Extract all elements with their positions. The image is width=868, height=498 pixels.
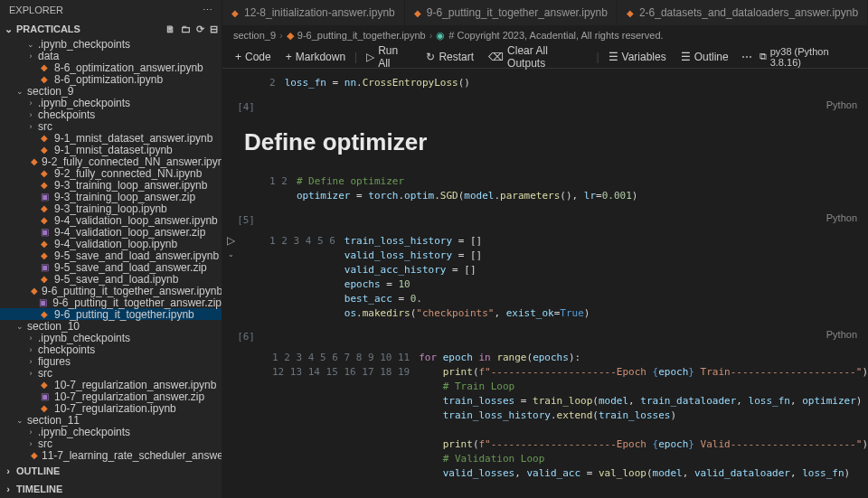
- tree-item[interactable]: ⌄section_11: [0, 414, 222, 426]
- notebook-icon: ◆: [287, 30, 294, 42]
- tree-item[interactable]: ›.ipynb_checkpoints: [0, 426, 222, 437]
- tree-item[interactable]: ◆9-3_training_loop.ipynb: [0, 202, 222, 214]
- tree-item[interactable]: ▣10-7_regularization_answer.zip: [0, 390, 222, 402]
- tree-item[interactable]: ›src: [0, 367, 222, 379]
- crumb-cell[interactable]: # Copyright 2023, Acadential, All rights…: [448, 30, 663, 41]
- tree-item[interactable]: ◆9-2_fully_connected_NN.ipynb: [0, 167, 222, 179]
- code-cell[interactable]: 1 2 3 4 5 6 7 8 9 10 11 12 13 14 15 16 1…: [222, 347, 868, 498]
- tree-item[interactable]: ◆9-4_validation_loop_answer.ipynb: [0, 214, 222, 226]
- code-cell[interactable]: 2loss_fn = nn.CrossEntropyLoss(): [222, 72, 868, 94]
- tree-item[interactable]: ◆9-5_save_and_load_answer.ipynb: [0, 249, 222, 261]
- refresh-icon[interactable]: ⟳: [196, 23, 204, 35]
- editor-area: ◆12-8_initialization-answer.ipynb◆9-6_pu…: [222, 0, 868, 498]
- lang-tag: Python: [262, 98, 868, 114]
- tree-item[interactable]: ›checkpoints: [0, 343, 222, 355]
- editor-tab[interactable]: ◆2-6_datasets_and_dataloaders_answer.ipy…: [618, 0, 868, 25]
- tree-item[interactable]: ◆9-6_putting_it_together.ipynb: [0, 308, 222, 320]
- tree-item[interactable]: ›figures: [0, 355, 222, 367]
- chevron-right-icon: ›: [4, 484, 13, 494]
- tree-item[interactable]: ▣9-4_validation_loop_answer.zip: [0, 226, 222, 238]
- tree-item[interactable]: ⌄.ipynb_checkpoints: [0, 38, 222, 50]
- tree-item[interactable]: ◆8-6_optimization.ipynb: [0, 73, 222, 85]
- tree-item[interactable]: ⌄section_9: [0, 85, 222, 97]
- tree-item[interactable]: ◆9-5_save_and_load.ipynb: [0, 273, 222, 285]
- tree-item[interactable]: ◆9-6_putting_it_together_answer.ipynb: [0, 285, 222, 296]
- tree-item[interactable]: ▣9-3_training_loop_answer.zip: [0, 191, 222, 202]
- add-code-button[interactable]: +Code: [230, 49, 277, 65]
- new-file-icon[interactable]: 🗎: [165, 23, 175, 35]
- editor-tab[interactable]: ◆12-8_initialization-answer.ipynb: [222, 0, 405, 25]
- tree-item[interactable]: ›data: [0, 50, 222, 61]
- tree-item[interactable]: ◆9-3_training_loop_answer.ipynb: [0, 179, 222, 191]
- tree-item[interactable]: ›src: [0, 120, 222, 132]
- timeline-section[interactable]: › TIMELINE: [0, 480, 222, 498]
- tree-item[interactable]: ◆9-1_mnist_dataset.ipynb: [0, 144, 222, 155]
- workspace-header[interactable]: ⌄ PRACTICALS 🗎 🗀 ⟳ ⊟: [0, 20, 222, 38]
- notebook-body: 2loss_fn = nn.CrossEntropyLoss() [4] Pyt…: [222, 69, 868, 498]
- notebook-toolbar: +Code +Markdown | ▷Run All ↻Restart ⌫Cle…: [222, 45, 868, 69]
- kernel-selector[interactable]: ⧉ py38 (Python 3.8.16): [760, 46, 861, 68]
- variables-button[interactable]: ☰Variables: [603, 49, 672, 65]
- explorer-title: EXPLORER: [9, 5, 63, 15]
- exec-count: [5]: [222, 211, 262, 227]
- tree-item[interactable]: ⌄section_10: [0, 320, 222, 332]
- tree-item[interactable]: ▣9-6_putting_it_together_answer.zip: [0, 296, 222, 308]
- tree-item[interactable]: ◆10-7_regularization.ipynb: [0, 402, 222, 414]
- outline-button[interactable]: ☰Outline: [675, 49, 734, 65]
- tree-item[interactable]: ›.ipynb_checkpoints: [0, 332, 222, 343]
- file-tree: ⌄.ipynb_checkpoints›data◆8-6_optimizatio…: [0, 38, 222, 462]
- tab-bar: ◆12-8_initialization-answer.ipynb◆9-6_pu…: [222, 0, 868, 25]
- explorer-more-icon[interactable]: ⋯: [203, 5, 212, 16]
- tree-item[interactable]: ◆8-6_optimization_answer.ipynb: [0, 61, 222, 73]
- collapse-icon[interactable]: ⊟: [210, 23, 218, 35]
- new-folder-icon[interactable]: 🗀: [181, 23, 191, 35]
- explorer-sidebar: EXPLORER ⋯ ⌄ PRACTICALS 🗎 🗀 ⟳ ⊟ ⌄.ipynb_…: [0, 0, 222, 498]
- tree-item[interactable]: ◆11-7_learning_rate_scheduler_answer.ipy…: [0, 449, 222, 461]
- tree-item[interactable]: ▣9-5_save_and_load_answer.zip: [0, 261, 222, 273]
- clear-outputs-button[interactable]: ⌫Clear All Outputs: [483, 42, 592, 71]
- cell-icon: ◉: [436, 30, 445, 42]
- code-cell[interactable]: ▷ ⌄ 1 2 3 4 5 6 train_loss_history = [] …: [222, 230, 868, 324]
- tree-item[interactable]: ›checkpoints: [0, 108, 222, 120]
- workspace-name: PRACTICALS: [16, 23, 80, 34]
- tree-item[interactable]: ◆9-4_validation_loop.ipynb: [0, 238, 222, 249]
- kernel-icon: ⧉: [760, 51, 767, 62]
- exec-count: [4]: [222, 98, 262, 114]
- chevron-right-icon: ›: [4, 465, 13, 476]
- tree-item[interactable]: ◆9-1_mnist_dataset_answer.ipynb: [0, 132, 222, 144]
- editor-tab[interactable]: ◆9-6_putting_it_together_answer.ipynb: [405, 0, 618, 25]
- chevron-down-icon: ⌄: [4, 23, 13, 35]
- restart-button[interactable]: ↻Restart: [420, 49, 479, 65]
- toolbar-more-icon[interactable]: ⋯: [738, 51, 756, 63]
- crumb-file[interactable]: 9-6_putting_it_together.ipynb: [297, 30, 426, 41]
- add-markdown-button[interactable]: +Markdown: [280, 49, 351, 65]
- md-heading: Define optimizer: [244, 128, 846, 156]
- tree-item[interactable]: ◆9-2_fully_connected_NN_answer.ipynb: [0, 155, 222, 167]
- run-all-button[interactable]: ▷Run All: [361, 42, 417, 71]
- run-cell-button[interactable]: ▷ ⌄: [222, 230, 239, 324]
- code-cell[interactable]: 1 2 # Define optimizer optimizer = torch…: [222, 171, 868, 207]
- tree-item[interactable]: ◆10-7_regularization_answer.ipynb: [0, 379, 222, 390]
- exec-count: [6]: [222, 327, 262, 343]
- tree-item[interactable]: ›src: [0, 437, 222, 449]
- markdown-cell[interactable]: Define optimizer: [222, 117, 868, 167]
- outline-section[interactable]: › OUTLINE: [0, 462, 222, 480]
- tree-item[interactable]: ›.ipynb_checkpoints: [0, 97, 222, 108]
- crumb-folder[interactable]: section_9: [233, 30, 276, 41]
